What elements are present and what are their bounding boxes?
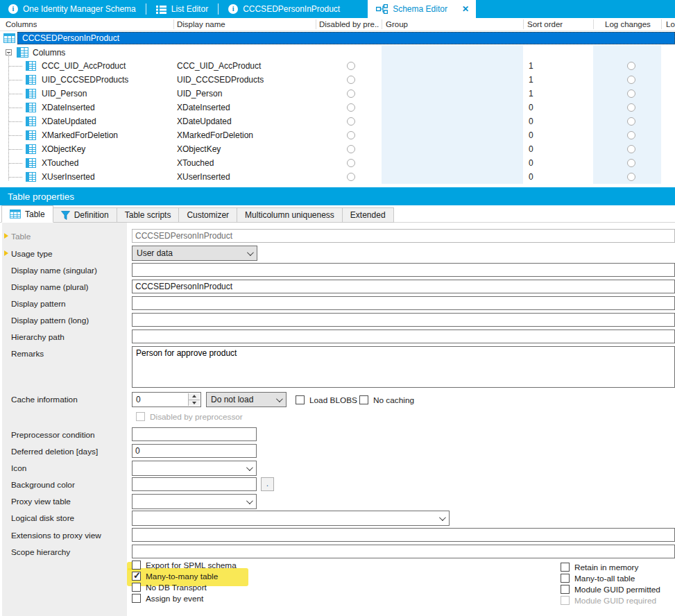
column-header-disabled-by-preprocessor[interactable]: Disabled by pre... [319,20,379,28]
spin-down-button[interactable] [189,400,200,407]
arrow-down-icon [192,402,196,404]
disabled-by-preprocessor-radio[interactable] [347,159,355,167]
spin-up-button[interactable] [189,393,200,400]
table-row[interactable]: CCC_UID_AccProduct CCC_UID_AccProduct 1 [0,59,675,73]
table-row[interactable]: XObjectKey XObjectKey 0 [0,142,675,156]
tree-stub [9,163,22,164]
column-icon [26,61,36,71]
log-changes-radio[interactable] [627,173,635,181]
tab-list-editor[interactable]: List Editor [148,0,216,18]
proxy-view-table-select[interactable] [132,494,257,509]
column-name: XUserInserted [42,172,95,182]
display-name-singular-field[interactable] [132,263,675,277]
disabled-by-preprocessor-radio[interactable] [347,103,355,112]
tab-label: List Editor [171,4,208,14]
tree-stub [9,135,22,136]
log-changes-radio[interactable] [627,62,635,70]
table-row-root[interactable]: CCCSEDPersonInProduct [0,32,675,44]
columns-icon [17,47,28,58]
columns-group-row[interactable]: Columns [0,46,675,59]
disabled-by-preprocessor-radio[interactable] [347,131,355,139]
column-header-log-changes[interactable]: Log changes [605,20,651,28]
log-changes-radio[interactable] [627,117,635,126]
background-color-field[interactable] [132,477,257,491]
remarks-field[interactable]: Person for approve product [132,346,675,388]
column-display-name: CCC_UID_AccProduct [177,61,261,71]
log-changes-radio[interactable] [627,131,635,139]
cache-load-select[interactable]: Do not load [206,392,287,407]
table-row[interactable]: XTouched XTouched 0 [0,156,675,170]
disabled-by-preprocessor-radio[interactable] [347,117,355,126]
column-header-truncated[interactable]: Lo [666,20,675,28]
usage-type-select[interactable]: User data [132,246,257,261]
cache-information-spinner[interactable]: 0 [132,392,201,407]
color-picker-button[interactable]: . [261,477,274,491]
log-changes-radio[interactable] [627,145,635,153]
tree-stub [9,80,22,80]
log-changes-radio[interactable] [627,103,635,112]
tab-extended[interactable]: Extended [343,207,394,223]
selected-value: Do not load [211,395,253,404]
table-row[interactable]: XUserInserted XUserInserted 0 [0,170,675,184]
chevron-down-icon [247,249,254,256]
table-row[interactable]: UID_CCCSEDProducts UID_CCCSEDProducts 1 [0,73,675,87]
display-pattern-field[interactable] [132,296,675,310]
logical-disk-store-select[interactable] [132,511,450,526]
disabled-by-preprocessor-radio[interactable] [347,173,355,181]
many-to-many-table-checkbox[interactable]: ✓ [132,572,141,581]
deferred-deletion-field[interactable] [132,444,257,458]
extensions-proxy-view-field[interactable] [132,528,675,542]
table-field[interactable] [132,229,675,243]
column-header-display-name[interactable]: Display name [177,20,225,28]
disabled-by-preprocessor-radio[interactable] [347,89,355,98]
root-table-name: CCCSEDPersonInProduct [22,33,119,43]
tab-definition[interactable]: Definition [53,207,117,223]
column-header-columns[interactable]: Columns [6,20,37,28]
hierarchy-path-field[interactable] [132,330,675,343]
tab-label: Customizer [187,210,229,220]
sort-order-value: 0 [529,144,533,154]
assign-by-event-label: Assign by event [146,594,203,604]
scope-hierarchy-field[interactable] [132,545,675,558]
no-caching-checkbox[interactable] [359,395,368,404]
column-header-group[interactable]: Group [386,20,408,28]
disabled-by-preprocessor-radio[interactable] [347,145,355,153]
log-changes-radio[interactable] [627,159,635,167]
no-db-transport-checkbox[interactable] [132,583,141,592]
icon-select[interactable] [132,461,257,476]
preprocessor-condition-field[interactable] [132,427,257,441]
tab-table[interactable]: Table [1,205,53,223]
sort-order-value: 1 [529,61,533,71]
tree-stub [9,149,22,150]
tab-table-scripts[interactable]: Table scripts [117,207,180,223]
log-changes-radio[interactable] [627,76,635,84]
export-for-spml-schema-checkbox[interactable] [132,561,141,570]
tab-one-identity-manager-schema[interactable]: i One Identity Manager Schema [0,0,144,18]
info-icon: i [228,4,238,14]
tree-stub [9,66,22,67]
close-icon[interactable]: ✕ [462,4,469,14]
table-row[interactable]: UID_Person UID_Person 1 [0,87,675,101]
assign-by-event-checkbox[interactable] [132,594,141,603]
module-guid-permitted-checkbox[interactable] [561,585,570,594]
column-icon [26,89,36,99]
retain-in-memory-checkbox[interactable] [561,563,570,572]
table-row[interactable]: XDateInserted XDateInserted 0 [0,101,675,114]
column-display-name: XObjectKey [177,144,221,154]
disabled-by-preprocessor-radio[interactable] [347,76,355,84]
tab-multicolumn-uniqueness[interactable]: Multicolumn uniqueness [237,207,343,223]
table-row[interactable]: XMarkedForDeletion XMarkedForDeletion 0 [0,128,675,142]
display-name-plural-field[interactable] [132,280,675,293]
disabled-by-preprocessor-radio[interactable] [347,62,355,70]
table-row[interactable]: XDateUpdated XDateUpdated 0 [0,114,675,128]
display-pattern-long-field[interactable] [132,313,675,327]
load-blobs-checkbox[interactable] [296,395,305,404]
field-label-logical-disk-store: Logical disk store [11,513,74,523]
tab-customizer[interactable]: Customizer [179,207,237,223]
tab-cccsedpersoninproduct[interactable]: i CCCSEDPersonInProduct [220,0,348,18]
field-label-proxy-view-table: Proxy view table [11,497,71,506]
tab-schema-editor[interactable]: Schema Editor ✕ [368,0,476,18]
many-to-all-table-checkbox[interactable] [561,574,570,583]
column-header-sort-order[interactable]: Sort order [527,20,563,28]
log-changes-radio[interactable] [627,89,635,98]
